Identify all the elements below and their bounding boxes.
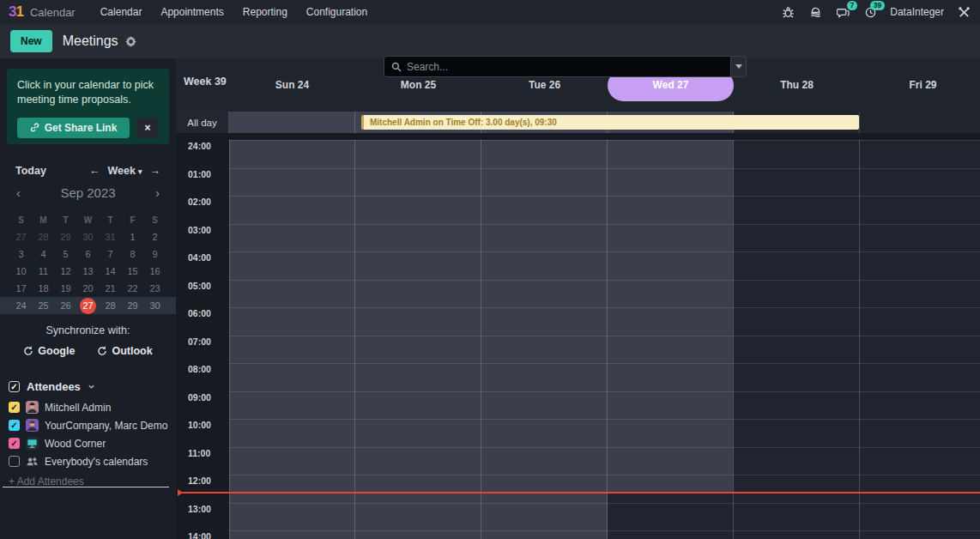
mini-calendar-day[interactable]: 21	[100, 283, 122, 294]
mini-calendar-day[interactable]: 25	[33, 300, 55, 311]
attendee-item-everybody-s-calendars[interactable]: Everybody's calendars	[9, 452, 172, 470]
mini-calendar-day[interactable]: 20	[77, 283, 100, 294]
nav-menu-appointments[interactable]: Appointments	[151, 0, 233, 24]
day-column-fri-29[interactable]	[860, 140, 980, 539]
mini-calendar-day[interactable]: 7	[100, 249, 122, 259]
mini-calendar-day[interactable]: 9	[144, 249, 166, 259]
close-hint-button[interactable]: ×	[136, 118, 159, 138]
mini-calendar-day[interactable]: 28	[100, 300, 122, 311]
avatar-group-icon	[26, 455, 39, 468]
mini-calendar-day[interactable]: 17	[10, 283, 33, 294]
search-dropdown-toggle[interactable]	[731, 56, 747, 77]
messages-icon[interactable]: 7	[835, 4, 850, 20]
hour-gridline	[229, 503, 980, 504]
sync-google-button[interactable]: Google	[23, 345, 75, 357]
hour-gridline	[229, 336, 980, 336]
academy-hat-icon[interactable]	[808, 4, 823, 20]
day-header-thu-28[interactable]: Thu 28	[734, 58, 860, 112]
mini-calendar-day[interactable]: 8	[122, 249, 144, 259]
company-name[interactable]: DataInteger	[890, 6, 944, 18]
mini-calendar-day[interactable]: 10	[10, 266, 33, 276]
attendee-checkbox[interactable]	[9, 456, 20, 467]
activities-count-badge: 39	[870, 1, 885, 10]
calendar-nav-row: Today ← Week▾ →	[0, 161, 176, 180]
mini-calendar-day[interactable]: 12	[55, 266, 77, 276]
day-column-wed-27[interactable]	[608, 140, 734, 539]
sync-icon	[23, 346, 33, 356]
attendee-name: Everybody's calendars	[45, 456, 148, 468]
search-bar: Search...	[384, 56, 747, 77]
calendar-app-icon[interactable]: 31	[9, 3, 23, 21]
attendees-checkbox[interactable]: ✓	[9, 381, 20, 392]
debug-bug-icon[interactable]	[780, 4, 795, 20]
mini-calendar-day[interactable]: 16	[144, 266, 166, 276]
day-column-thu-28[interactable]	[734, 140, 860, 539]
attendee-item-mitchell-admin[interactable]: ✓Mitchell Admin	[9, 398, 172, 416]
nav-menu-calendar[interactable]: Calendar	[91, 0, 152, 24]
allday-cell-fri-29[interactable]	[860, 112, 980, 133]
mini-calendar-day[interactable]: 22	[122, 283, 144, 294]
mini-calendar-day[interactable]: 15	[122, 266, 144, 276]
tools-icon[interactable]	[956, 4, 971, 20]
allday-event-timeoff[interactable]: Mitchell Admin on Time Off: 3.00 day(s),…	[361, 115, 859, 130]
hour-label-08-00: 08:00	[188, 364, 211, 374]
mini-calendar-day[interactable]: 31	[100, 232, 122, 242]
app-name[interactable]: Calendar	[30, 6, 76, 19]
mini-calendar-day[interactable]: 19	[55, 283, 77, 294]
mini-calendar-day[interactable]: 11	[33, 266, 55, 276]
prev-month-chevron[interactable]: ‹	[12, 186, 25, 200]
add-attendees-link[interactable]: + Add Attendees	[9, 475, 84, 488]
today-button[interactable]: Today	[15, 165, 46, 177]
mini-calendar-day[interactable]: 18	[33, 283, 55, 294]
hour-gridline	[229, 363, 980, 364]
mini-calendar-day[interactable]: 23	[144, 283, 166, 294]
settings-gear-icon[interactable]	[125, 36, 136, 47]
sync-outlook-button[interactable]: Outlook	[97, 345, 152, 357]
control-panel: New Meetings Search...	[0, 24, 980, 58]
hour-label-14-00: 14:00	[188, 531, 211, 539]
prev-week-arrow[interactable]: ←	[82, 165, 108, 177]
mini-calendar-day[interactable]: 4	[33, 249, 55, 259]
mini-calendar-day[interactable]: 14	[100, 266, 122, 276]
mini-calendar-selected-day[interactable]: 27	[77, 298, 100, 314]
mini-calendar-day[interactable]: 1	[122, 232, 144, 242]
mini-calendar-day[interactable]: 13	[77, 266, 100, 276]
current-time-indicator	[178, 492, 980, 494]
attendee-checkbox[interactable]: ✓	[9, 402, 20, 413]
hour-label-05-00: 05:00	[188, 281, 211, 291]
mini-calendar-day[interactable]: 24	[10, 300, 33, 311]
mini-calendar-day[interactable]: 30	[77, 232, 100, 242]
day-column-mon-25[interactable]	[355, 140, 481, 539]
day-column-tue-26[interactable]	[481, 140, 608, 539]
mini-calendar-day[interactable]: 29	[55, 232, 77, 242]
attendee-checkbox[interactable]: ✓	[9, 420, 20, 431]
new-button[interactable]: New	[10, 30, 52, 52]
attendee-item-wood-corner[interactable]: ✓Wood Corner	[9, 434, 172, 452]
attendee-checkbox[interactable]: ✓	[9, 438, 20, 449]
mini-calendar-day[interactable]: 28	[33, 232, 55, 242]
next-month-chevron[interactable]: ›	[151, 186, 164, 200]
day-column-sun-24[interactable]	[229, 140, 355, 539]
mini-calendar-day[interactable]: 6	[77, 249, 100, 259]
mini-calendar-day[interactable]: 29	[122, 300, 144, 311]
nav-menu-configuration[interactable]: Configuration	[297, 0, 377, 24]
mini-calendar-day[interactable]: 30	[144, 300, 166, 311]
scale-selector[interactable]: Week▾	[108, 165, 142, 177]
mini-calendar-day[interactable]: 3	[10, 249, 33, 259]
day-header-fri-29[interactable]: Fri 29	[860, 58, 980, 112]
activities-clock-icon[interactable]: 39	[862, 4, 878, 20]
mini-calendar-day[interactable]: 26	[55, 300, 77, 311]
time-grid: 24:0001:0002:0003:0004:0005:0006:0007:00…	[176, 133, 980, 539]
mini-calendar-day[interactable]: 2	[144, 232, 166, 242]
get-share-link-button[interactable]: Get Share Link	[17, 118, 130, 138]
nav-menu-reporting[interactable]: Reporting	[233, 0, 297, 24]
hour-label-02-00: 02:00	[188, 197, 211, 207]
mini-calendar-day[interactable]: 27	[10, 232, 33, 242]
day-header-sun-24[interactable]: Sun 24	[229, 58, 355, 112]
search-input[interactable]: Search...	[384, 56, 731, 77]
next-week-arrow[interactable]: →	[142, 165, 161, 177]
attendee-item-yourcompany-marc-demo[interactable]: ✓YourCompany, Marc Demo	[9, 416, 172, 434]
allday-cell-sun-24[interactable]	[229, 112, 355, 133]
attendees-header[interactable]: ✓ Attendees	[9, 380, 95, 393]
mini-calendar-day[interactable]: 5	[55, 249, 77, 259]
